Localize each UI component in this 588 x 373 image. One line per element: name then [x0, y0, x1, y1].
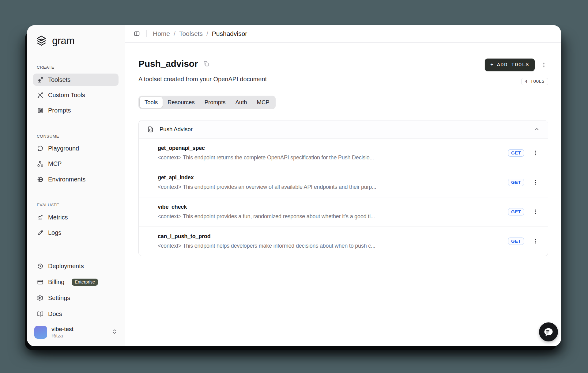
sidebar-item-label: Logs — [48, 229, 61, 236]
tool-info: vibe_check <context> This endpoint provi… — [158, 204, 508, 220]
tool-row: get_openapi_spec <context> This endpoint… — [139, 139, 548, 168]
sidebar-item-label: MCP — [48, 160, 62, 167]
tab-tools[interactable]: Tools — [140, 97, 163, 108]
tab-resources[interactable]: Resources — [163, 97, 199, 108]
main-area: Home / Toolsets / Pushadvisor Push_advis… — [125, 25, 561, 346]
prompts-icon — [37, 107, 44, 114]
sidebar-item-label: Metrics — [48, 214, 68, 221]
tool-description: <context> This endpoint provides an over… — [158, 184, 397, 190]
gear-icon — [37, 295, 44, 302]
book-icon — [37, 310, 44, 318]
tool-name: get_openapi_spec — [158, 145, 499, 151]
breadcrumb-home[interactable]: Home — [153, 30, 170, 37]
nav-section-label-consume: CONSUME — [37, 134, 115, 139]
page-header: Push_advisor A toolset created from your… — [138, 59, 548, 85]
account-switcher[interactable]: vibe-test Ritza — [33, 324, 119, 340]
environments-icon — [37, 176, 44, 183]
sidebar-item-custom-tools[interactable]: Custom Tools — [33, 89, 119, 101]
sidebar-footer-group: Deployments Billing Enterprise — [33, 260, 119, 324]
enterprise-badge: Enterprise — [72, 279, 98, 286]
sidebar-item-label: Custom Tools — [48, 92, 85, 99]
page-kebab-menu-icon[interactable] — [540, 61, 548, 69]
gram-logo-icon — [35, 34, 48, 47]
chevrons-up-down-icon — [112, 329, 117, 336]
sidebar-item-billing[interactable]: Billing Enterprise — [33, 276, 119, 289]
sidebar-item-label: Playground — [48, 145, 79, 152]
breadcrumb-separator: / — [174, 30, 175, 37]
page-header-right: + ADD TOOLS 4 TOOLS — [485, 59, 548, 85]
tab-auth[interactable]: Auth — [231, 97, 252, 108]
app-name: gram — [52, 35, 74, 47]
tool-description: <context> This endpoint provides a fun, … — [158, 213, 397, 220]
tool-kebab-menu-icon[interactable] — [531, 149, 540, 157]
nav-section-label-create: CREATE — [37, 65, 115, 70]
sidebar-item-environments[interactable]: Environments — [33, 173, 119, 185]
sidebar-item-label: Toolsets — [48, 76, 70, 83]
page-content: Push_advisor A toolset created from your… — [125, 43, 561, 346]
tool-info: get_api_index <context> This endpoint pr… — [158, 174, 508, 190]
tool-row: get_api_index <context> This endpoint pr… — [139, 168, 548, 197]
page-title: Push_advisor — [138, 59, 198, 69]
tool-description: <context> This endpoint returns the comp… — [158, 154, 397, 161]
sidebar-item-prompts[interactable]: Prompts — [33, 104, 119, 116]
account-info: vibe-test Ritza — [51, 325, 74, 339]
page-description: A toolset created from your OpenAPI docu… — [138, 76, 267, 83]
sidebar-item-label: Settings — [48, 295, 70, 302]
breadcrumb-separator: / — [206, 30, 208, 37]
toolsets-icon — [37, 76, 44, 83]
method-badge: GET — [508, 238, 524, 245]
sidebar-item-mcp[interactable]: MCP — [33, 158, 119, 170]
sidebar-item-label: Billing — [48, 279, 64, 286]
account-name: vibe-test — [51, 325, 74, 333]
tool-row: vibe_check <context> This endpoint provi… — [139, 197, 548, 226]
chat-bubble-icon — [543, 326, 554, 337]
breadcrumb-toolsets[interactable]: Toolsets — [179, 30, 203, 37]
sidebar-item-playground[interactable]: Playground — [33, 143, 119, 155]
tool-description: <context> This endpoint helps developers… — [158, 243, 397, 249]
toolset-card-header: Push Advisor — [139, 120, 548, 139]
app-logo: gram — [35, 34, 117, 47]
chevron-up-icon[interactable] — [534, 126, 540, 132]
metrics-icon — [37, 214, 44, 221]
tool-info: get_openapi_spec <context> This endpoint… — [158, 145, 508, 161]
sidebar-item-docs[interactable]: Docs — [33, 308, 119, 321]
method-badge: GET — [508, 149, 524, 157]
billing-card-icon — [37, 279, 44, 286]
tools-count-badge: 4 TOOLS — [521, 78, 548, 85]
page-header-left: Push_advisor A toolset created from your… — [138, 59, 267, 83]
tool-kebab-menu-icon[interactable] — [531, 178, 540, 187]
sidebar-item-logs[interactable]: Logs — [33, 226, 119, 239]
tool-name: can_i_push_to_prod — [158, 233, 499, 240]
logs-icon — [37, 229, 44, 236]
sidebar-item-label: Docs — [48, 310, 62, 318]
method-badge: GET — [508, 179, 524, 186]
toolset-card-title: Push Advisor — [160, 126, 193, 133]
sidebar-item-deployments[interactable]: Deployments — [33, 260, 119, 273]
deployments-history-icon — [37, 263, 44, 270]
sidebar-item-toolsets[interactable]: Toolsets — [33, 74, 119, 86]
breadcrumb: Home / Toolsets / Pushadvisor — [153, 30, 247, 37]
add-tools-button[interactable]: + ADD TOOLS — [485, 59, 535, 71]
sidebar: gram CREATE Toolsets Custom Tools — [27, 25, 125, 346]
sidebar-item-metrics[interactable]: Metrics — [33, 211, 119, 223]
nav-section-label-evaluate: EVALUATE — [37, 203, 115, 207]
tab-prompts[interactable]: Prompts — [200, 97, 231, 108]
app-window: gram CREATE Toolsets Custom Tools — [27, 25, 561, 346]
tool-kebab-menu-icon[interactable] — [531, 207, 540, 216]
chat-widget-button[interactable] — [539, 322, 558, 341]
add-tools-label: ADD TOOLS — [497, 62, 529, 68]
breadcrumb-current: Pushadvisor — [212, 30, 247, 37]
tool-name: vibe_check — [158, 204, 499, 210]
tool-info: can_i_push_to_prod <context> This endpoi… — [158, 233, 508, 249]
sidebar-item-label: Prompts — [48, 107, 71, 114]
plus-icon: + — [490, 62, 494, 68]
account-org: Ritza — [51, 333, 74, 339]
topbar-divider — [146, 30, 147, 37]
tool-kebab-menu-icon[interactable] — [531, 237, 540, 245]
copy-icon[interactable] — [203, 60, 209, 67]
sidebar-item-settings[interactable]: Settings — [33, 292, 119, 305]
tab-mcp[interactable]: MCP — [252, 97, 274, 108]
custom-tools-icon — [37, 92, 44, 99]
sidebar-toggle-icon[interactable] — [134, 30, 140, 37]
file-code-icon — [147, 126, 154, 133]
